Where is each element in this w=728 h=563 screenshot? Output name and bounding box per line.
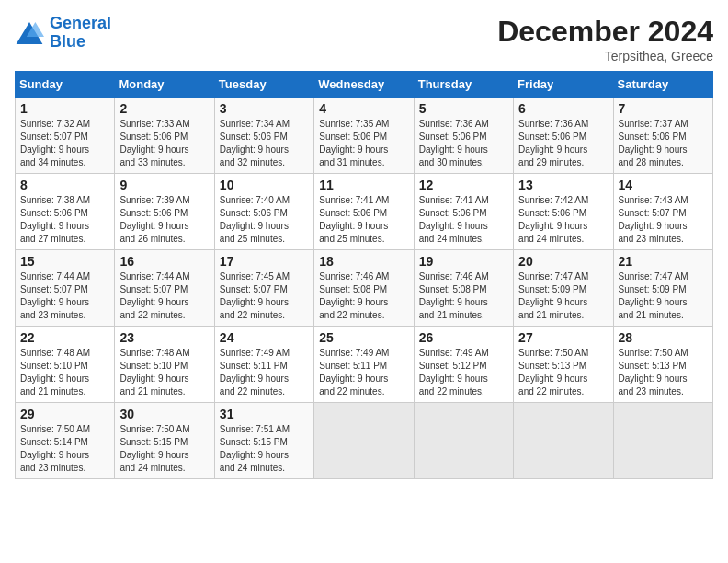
- day-number: 6: [518, 101, 608, 116]
- day-cell: 2Sunrise: 7:33 AMSunset: 5:06 PMDaylight…: [115, 98, 214, 174]
- day-number: 12: [419, 178, 508, 192]
- day-detail: Sunrise: 7:51 AMSunset: 5:15 PMDaylight:…: [220, 423, 309, 475]
- day-detail: Sunrise: 7:42 AMSunset: 5:06 PMDaylight:…: [518, 194, 608, 246]
- day-number: 16: [119, 254, 209, 269]
- day-cell: 15Sunrise: 7:44 AMSunset: 5:07 PMDayligh…: [16, 250, 115, 327]
- day-detail: Sunrise: 7:50 AMSunset: 5:13 PMDaylight:…: [619, 347, 708, 398]
- day-number: 14: [619, 178, 708, 192]
- day-cell: [414, 403, 513, 479]
- day-number: 25: [319, 330, 408, 345]
- day-cell: 19Sunrise: 7:46 AMSunset: 5:08 PMDayligh…: [414, 250, 513, 327]
- day-detail: Sunrise: 7:38 AMSunset: 5:06 PMDaylight:…: [20, 194, 109, 246]
- day-cell: 20Sunrise: 7:47 AMSunset: 5:09 PMDayligh…: [514, 250, 613, 327]
- day-number: 17: [220, 254, 309, 269]
- day-detail: Sunrise: 7:50 AMSunset: 5:14 PMDaylight:…: [20, 423, 109, 475]
- header-saturday: Saturday: [613, 72, 712, 98]
- header-tuesday: Tuesday: [214, 72, 313, 98]
- day-number: 26: [419, 330, 508, 345]
- header-row: SundayMondayTuesdayWednesdayThursdayFrid…: [16, 72, 713, 98]
- day-detail: Sunrise: 7:36 AMSunset: 5:06 PMDaylight:…: [518, 118, 608, 169]
- day-cell: 26Sunrise: 7:49 AMSunset: 5:12 PMDayligh…: [414, 327, 513, 403]
- calendar-header: General Blue December 2024 Terpsithea, G…: [15, 15, 713, 63]
- day-number: 7: [619, 101, 708, 116]
- day-cell: 29Sunrise: 7:50 AMSunset: 5:14 PMDayligh…: [16, 403, 115, 479]
- week-row-4: 22Sunrise: 7:48 AMSunset: 5:10 PMDayligh…: [16, 327, 713, 403]
- day-detail: Sunrise: 7:41 AMSunset: 5:06 PMDaylight:…: [419, 194, 508, 246]
- day-cell: 28Sunrise: 7:50 AMSunset: 5:13 PMDayligh…: [613, 327, 712, 403]
- day-cell: 10Sunrise: 7:40 AMSunset: 5:06 PMDayligh…: [214, 174, 313, 250]
- day-detail: Sunrise: 7:39 AMSunset: 5:06 PMDaylight:…: [119, 194, 209, 246]
- day-number: 3: [220, 101, 309, 116]
- day-number: 30: [119, 407, 209, 421]
- week-row-5: 29Sunrise: 7:50 AMSunset: 5:14 PMDayligh…: [16, 403, 713, 479]
- header-sunday: Sunday: [16, 72, 115, 98]
- day-number: 4: [319, 101, 408, 116]
- day-number: 1: [20, 101, 109, 116]
- day-number: 13: [518, 178, 608, 192]
- day-cell: 8Sunrise: 7:38 AMSunset: 5:06 PMDaylight…: [16, 174, 115, 250]
- day-number: 20: [518, 254, 608, 269]
- day-number: 9: [119, 178, 209, 192]
- day-cell: 6Sunrise: 7:36 AMSunset: 5:06 PMDaylight…: [514, 98, 613, 174]
- day-number: 5: [419, 101, 508, 116]
- day-cell: 21Sunrise: 7:47 AMSunset: 5:09 PMDayligh…: [613, 250, 712, 327]
- day-detail: Sunrise: 7:33 AMSunset: 5:06 PMDaylight:…: [119, 118, 209, 169]
- calendar-title: December 2024: [497, 15, 713, 49]
- day-detail: Sunrise: 7:45 AMSunset: 5:07 PMDaylight:…: [220, 270, 309, 322]
- day-detail: Sunrise: 7:49 AMSunset: 5:12 PMDaylight:…: [419, 347, 508, 398]
- week-row-1: 1Sunrise: 7:32 AMSunset: 5:07 PMDaylight…: [16, 98, 713, 174]
- day-number: 10: [220, 178, 309, 192]
- day-cell: 7Sunrise: 7:37 AMSunset: 5:06 PMDaylight…: [613, 98, 712, 174]
- day-detail: Sunrise: 7:48 AMSunset: 5:10 PMDaylight:…: [119, 347, 209, 398]
- day-detail: Sunrise: 7:49 AMSunset: 5:11 PMDaylight:…: [220, 347, 309, 398]
- logo-icon: [15, 20, 44, 46]
- day-cell: 11Sunrise: 7:41 AMSunset: 5:06 PMDayligh…: [314, 174, 414, 250]
- calendar-thead: SundayMondayTuesdayWednesdayThursdayFrid…: [16, 72, 713, 98]
- day-number: 29: [20, 407, 109, 421]
- day-number: 22: [20, 330, 109, 345]
- day-number: 15: [20, 254, 109, 269]
- day-cell: 23Sunrise: 7:48 AMSunset: 5:10 PMDayligh…: [115, 327, 214, 403]
- day-detail: Sunrise: 7:49 AMSunset: 5:11 PMDaylight:…: [319, 347, 408, 398]
- header-thursday: Thursday: [414, 72, 513, 98]
- week-row-3: 15Sunrise: 7:44 AMSunset: 5:07 PMDayligh…: [16, 250, 713, 327]
- day-number: 24: [220, 330, 309, 345]
- day-number: 27: [518, 330, 608, 345]
- logo: General Blue: [15, 15, 111, 52]
- day-cell: 9Sunrise: 7:39 AMSunset: 5:06 PMDaylight…: [115, 174, 214, 250]
- day-detail: Sunrise: 7:46 AMSunset: 5:08 PMDaylight:…: [319, 270, 408, 322]
- day-cell: [314, 403, 414, 479]
- day-detail: Sunrise: 7:48 AMSunset: 5:10 PMDaylight:…: [20, 347, 109, 398]
- title-area: December 2024 Terpsithea, Greece: [497, 15, 713, 63]
- day-number: 28: [619, 330, 708, 345]
- day-cell: 30Sunrise: 7:50 AMSunset: 5:15 PMDayligh…: [115, 403, 214, 479]
- day-cell: [613, 403, 712, 479]
- day-number: 23: [119, 330, 209, 345]
- week-row-2: 8Sunrise: 7:38 AMSunset: 5:06 PMDaylight…: [16, 174, 713, 250]
- calendar-subtitle: Terpsithea, Greece: [497, 49, 713, 63]
- calendar-table: SundayMondayTuesdayWednesdayThursdayFrid…: [15, 71, 713, 479]
- day-cell: 13Sunrise: 7:42 AMSunset: 5:06 PMDayligh…: [514, 174, 613, 250]
- day-cell: 1Sunrise: 7:32 AMSunset: 5:07 PMDaylight…: [16, 98, 115, 174]
- day-detail: Sunrise: 7:44 AMSunset: 5:07 PMDaylight:…: [119, 270, 209, 322]
- day-cell: 22Sunrise: 7:48 AMSunset: 5:10 PMDayligh…: [16, 327, 115, 403]
- header-wednesday: Wednesday: [314, 72, 414, 98]
- logo-blue: Blue: [50, 32, 85, 51]
- day-number: 31: [220, 407, 309, 421]
- day-detail: Sunrise: 7:40 AMSunset: 5:06 PMDaylight:…: [220, 194, 309, 246]
- day-cell: 27Sunrise: 7:50 AMSunset: 5:13 PMDayligh…: [514, 327, 613, 403]
- day-cell: 31Sunrise: 7:51 AMSunset: 5:15 PMDayligh…: [214, 403, 313, 479]
- day-cell: [514, 403, 613, 479]
- day-detail: Sunrise: 7:41 AMSunset: 5:06 PMDaylight:…: [319, 194, 408, 246]
- day-number: 19: [419, 254, 508, 269]
- logo-text: General Blue: [50, 15, 111, 52]
- day-cell: 18Sunrise: 7:46 AMSunset: 5:08 PMDayligh…: [314, 250, 414, 327]
- day-cell: 17Sunrise: 7:45 AMSunset: 5:07 PMDayligh…: [214, 250, 313, 327]
- day-cell: 3Sunrise: 7:34 AMSunset: 5:06 PMDaylight…: [214, 98, 313, 174]
- day-detail: Sunrise: 7:46 AMSunset: 5:08 PMDaylight:…: [419, 270, 508, 322]
- day-detail: Sunrise: 7:36 AMSunset: 5:06 PMDaylight:…: [419, 118, 508, 169]
- day-cell: 5Sunrise: 7:36 AMSunset: 5:06 PMDaylight…: [414, 98, 513, 174]
- day-detail: Sunrise: 7:47 AMSunset: 5:09 PMDaylight:…: [518, 270, 608, 322]
- day-number: 21: [619, 254, 708, 269]
- day-detail: Sunrise: 7:47 AMSunset: 5:09 PMDaylight:…: [619, 270, 708, 322]
